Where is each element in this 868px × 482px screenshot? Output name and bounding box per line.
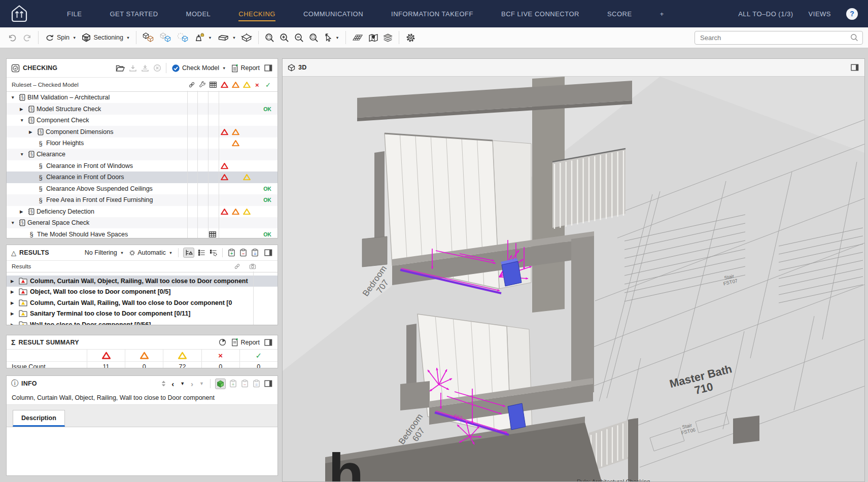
maximize-panel-icon[interactable] (850, 63, 859, 72)
tree-row[interactable]: ▼§Clearance (7, 149, 277, 160)
nav-item-information-takeoff[interactable]: INFORMATION TAKEOFF (391, 10, 473, 18)
sectioning-button[interactable]: Sectioning ▼ (79, 31, 132, 44)
group-by-category-button[interactable] (183, 248, 194, 258)
3d-scene[interactable]: 687 h Bedroom707Bedroom607Master Bath710… (283, 77, 864, 481)
floor-plan-button[interactable] (350, 31, 366, 44)
tree-row[interactable]: ▶§Model Structure CheckOK (7, 103, 277, 114)
redo-button[interactable] (20, 31, 34, 44)
tree-row[interactable]: ▶§Deficiency Detection (7, 206, 277, 217)
open-ruleset-button[interactable] (115, 64, 125, 73)
link-icon[interactable] (234, 263, 240, 270)
tree-row[interactable]: ▼§Component Check (7, 115, 277, 126)
maximize-panel-icon[interactable] (264, 64, 273, 72)
check-model-button[interactable]: Check Model ▼ (170, 63, 227, 74)
reject-button-disabled[interactable]: − (240, 379, 249, 388)
maximize-panel-icon[interactable] (264, 380, 273, 388)
map-button[interactable] (366, 31, 380, 44)
result-row[interactable]: ▶Object, Wall too close to Door componen… (7, 287, 277, 298)
undo-button[interactable] (5, 31, 20, 44)
nav-item-bcf-live-connector[interactable]: BCF LIVE CONNECTOR (501, 10, 579, 18)
pie-chart-button[interactable] (218, 338, 227, 347)
nav-item-get-started[interactable]: GET STARTED (110, 10, 158, 18)
summary-report-button[interactable]: Report (230, 337, 261, 348)
tree-row[interactable]: ▼§General Space Check (7, 217, 277, 228)
nav-views[interactable]: VIEWS (809, 10, 831, 18)
zoom-out-button[interactable] (292, 31, 306, 45)
tree-row[interactable]: §The Model Should Have SpacesOK (7, 228, 277, 238)
list-settings-button[interactable] (209, 249, 218, 257)
expander-icon[interactable]: ▶ (29, 129, 37, 134)
result-row[interactable]: ▶Column, Curtain Wall, Railing, Wall too… (7, 297, 277, 308)
tree-row[interactable]: §Clearance in Front of Doors (7, 171, 277, 183)
nav-item-checking[interactable]: CHECKING (238, 10, 275, 21)
import-all-button[interactable] (141, 64, 150, 73)
zoom-fit-button[interactable] (262, 31, 277, 45)
show-in-3d-button[interactable] (215, 378, 226, 389)
severity-critical-icon[interactable] (221, 81, 228, 88)
sort-button[interactable] (160, 380, 167, 388)
expander-icon[interactable]: ▶ (20, 209, 28, 214)
nav-item-[interactable]: + (660, 10, 664, 18)
search-input[interactable] (699, 33, 847, 42)
markup-box-button[interactable]: ▼ (215, 31, 238, 44)
show-components-button[interactable] (140, 30, 157, 45)
severity-moderate-icon[interactable] (232, 81, 239, 88)
expander-icon[interactable]: ▼ (11, 220, 19, 225)
import-button[interactable] (128, 64, 137, 73)
layers-button[interactable] (380, 31, 395, 44)
accept-button[interactable]: + (227, 248, 236, 257)
pick-tool-button[interactable]: ▼ (321, 31, 341, 44)
wrench-icon[interactable] (199, 81, 206, 88)
checking-report-button[interactable]: Report (230, 63, 261, 74)
colorize-button[interactable]: ▼ (192, 31, 214, 45)
list-view-button[interactable] (197, 249, 206, 257)
prev-dropdown[interactable]: ▼ (179, 381, 186, 386)
tree-row[interactable]: §Clearance Above Suspended CeilingsOK (7, 183, 277, 194)
prev-issue-button[interactable]: ‹ (170, 380, 176, 388)
spin-button[interactable]: Spin ▼ (42, 31, 79, 44)
maximize-panel-icon[interactable] (264, 249, 273, 257)
zoom-selection-button[interactable] (306, 31, 321, 45)
tree-row[interactable]: §Free Area in Front of Fixed FurnishingO… (7, 194, 277, 205)
tab-description[interactable]: Description (13, 410, 65, 427)
maximize-panel-icon[interactable] (264, 338, 273, 347)
tree-row[interactable]: ▶§Component Dimensions (7, 126, 277, 137)
next-issue-button[interactable]: › (189, 380, 195, 388)
show-selected-components-button[interactable] (157, 30, 175, 45)
annotate-button[interactable]: ≡ (251, 248, 259, 257)
expander-icon[interactable]: ▼ (20, 118, 28, 123)
close-ruleset-button[interactable] (153, 63, 162, 73)
automatic-dropdown[interactable]: Automatic ▼ (128, 248, 173, 257)
help-button[interactable]: ? (846, 8, 858, 20)
expander-icon[interactable]: ▶ (20, 107, 28, 112)
app-logo[interactable] (8, 5, 30, 23)
expander-icon[interactable]: ▼ (11, 95, 19, 100)
nav-item-file[interactable]: FILE (67, 10, 82, 18)
result-row[interactable]: ▶Column, Curtain Wall, Object, Railing, … (7, 276, 277, 287)
nav-item-model[interactable]: MODEL (186, 10, 211, 18)
expander-icon[interactable]: ▶ (11, 311, 19, 316)
nav-item-communication[interactable]: COMMUNICATION (303, 10, 363, 18)
result-row[interactable]: ▶Sanitary Terminal too close to Door com… (7, 308, 277, 320)
link-icon[interactable] (188, 81, 195, 88)
tree-row[interactable]: §Clearance in Front of Windows (7, 160, 277, 171)
reject-button[interactable]: − (239, 248, 248, 257)
filtering-dropdown[interactable]: No Filtering ▼ (84, 248, 125, 257)
section-box-button[interactable] (238, 31, 255, 45)
camera-icon[interactable] (249, 263, 256, 269)
zoom-in-button[interactable] (277, 31, 292, 45)
accepted-icon[interactable]: ✓ (265, 81, 271, 88)
next-dropdown[interactable]: ▼ (198, 381, 205, 386)
settings-button[interactable] (403, 30, 419, 45)
nav-all-todo[interactable]: ALL TO–DO (1/3) (738, 10, 793, 18)
expander-icon[interactable]: ▶ (11, 322, 19, 325)
nav-item-score[interactable]: SCORE (607, 10, 632, 18)
expander-icon[interactable]: ▶ (11, 300, 19, 305)
annotate-button-disabled[interactable]: ≡ (252, 379, 261, 388)
tree-row[interactable]: ▼§BIM Validation – Architectural (7, 92, 277, 103)
severity-low-icon[interactable] (243, 81, 251, 88)
rejected-icon[interactable]: × (255, 81, 259, 88)
expander-icon[interactable]: ▼ (20, 152, 28, 157)
accept-button-disabled[interactable]: + (229, 379, 237, 388)
tree-row[interactable]: §Floor Heights (7, 137, 277, 149)
